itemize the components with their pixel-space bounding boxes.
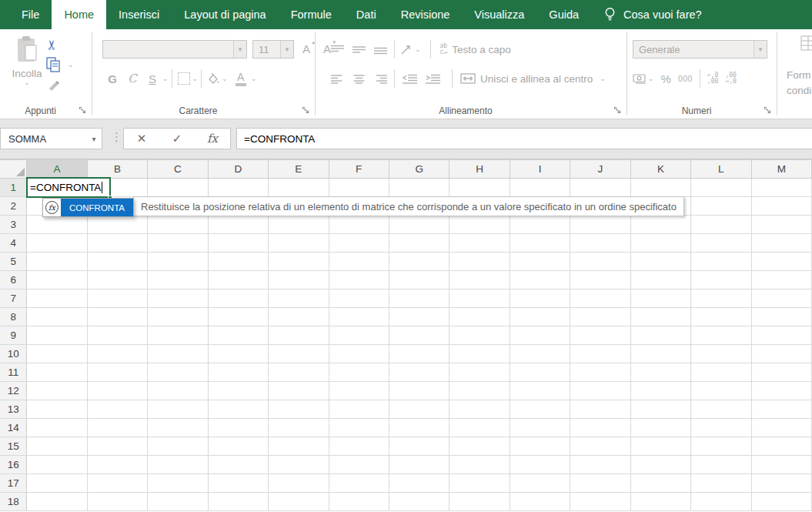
- cell-G15[interactable]: [389, 437, 449, 456]
- chevron-down-icon[interactable]: ⌄: [222, 75, 228, 82]
- column-header-B[interactable]: B: [88, 160, 148, 179]
- cell-J12[interactable]: [570, 382, 630, 400]
- fill-color-button[interactable]: [206, 72, 220, 85]
- cell-A18[interactable]: [27, 493, 87, 511]
- cell-A11[interactable]: [27, 363, 87, 382]
- cell-B8[interactable]: [88, 308, 148, 326]
- cell-J6[interactable]: [570, 271, 630, 289]
- row-header-14[interactable]: 14: [0, 419, 27, 437]
- tell-me-box[interactable]: Cosa vuoi fare?: [596, 0, 710, 29]
- italic-button[interactable]: C: [122, 72, 142, 85]
- column-header-H[interactable]: H: [449, 160, 510, 179]
- chevron-down-icon[interactable]: ▾: [280, 41, 293, 58]
- cell-A17[interactable]: [27, 474, 87, 493]
- cell-H5[interactable]: [449, 253, 510, 271]
- cell-B18[interactable]: [88, 493, 148, 511]
- chevron-down-icon[interactable]: ⌄: [251, 75, 257, 82]
- cell-L4[interactable]: [691, 234, 751, 253]
- cell-B9[interactable]: [88, 326, 148, 345]
- cell-M4[interactable]: [752, 234, 812, 253]
- cell-J4[interactable]: [570, 234, 630, 253]
- align-center-icon[interactable]: [348, 74, 369, 84]
- cell-L13[interactable]: [691, 400, 751, 419]
- row-header-8[interactable]: 8: [0, 308, 27, 326]
- font-name-combo[interactable]: ▾: [102, 40, 247, 59]
- cell-L17[interactable]: [691, 474, 751, 493]
- cell-K14[interactable]: [631, 419, 691, 437]
- row-header-1[interactable]: 1: [0, 179, 27, 197]
- cell-L2[interactable]: [691, 197, 751, 216]
- cell-A8[interactable]: [27, 308, 87, 326]
- cell-E8[interactable]: [269, 308, 329, 326]
- cell-L18[interactable]: [691, 493, 751, 511]
- cell-F14[interactable]: [329, 419, 389, 437]
- column-header-L[interactable]: L: [691, 160, 751, 179]
- select-all-button[interactable]: [0, 160, 27, 179]
- cell-M15[interactable]: [752, 437, 812, 456]
- cell-D9[interactable]: [209, 326, 269, 345]
- cell-I16[interactable]: [510, 456, 570, 474]
- cell-I5[interactable]: [510, 253, 570, 271]
- cell-G14[interactable]: [389, 419, 449, 437]
- cell-I17[interactable]: [510, 474, 570, 493]
- name-box[interactable]: SOMMA ▾: [0, 128, 102, 149]
- cell-J17[interactable]: [570, 474, 630, 493]
- cell-D11[interactable]: [209, 363, 269, 382]
- dialog-launcher-carattere[interactable]: [302, 106, 311, 115]
- cell-H10[interactable]: [449, 345, 510, 363]
- cell-D6[interactable]: [209, 271, 269, 289]
- cell-G5[interactable]: [389, 253, 449, 271]
- cell-D4[interactable]: [209, 234, 269, 253]
- column-header-C[interactable]: C: [148, 160, 208, 179]
- cell-I7[interactable]: [510, 289, 570, 308]
- cell-K18[interactable]: [631, 493, 691, 511]
- cell-C4[interactable]: [148, 234, 208, 253]
- row-header-13[interactable]: 13: [0, 400, 27, 419]
- cell-C15[interactable]: [148, 437, 208, 456]
- cell-C18[interactable]: [148, 493, 208, 511]
- cell-H17[interactable]: [449, 474, 510, 493]
- cell-L16[interactable]: [691, 456, 751, 474]
- chevron-down-icon[interactable]: ⌄: [162, 75, 169, 82]
- align-bottom-icon[interactable]: [369, 45, 391, 55]
- cell-D7[interactable]: [209, 289, 269, 308]
- row-header-10[interactable]: 10: [0, 345, 27, 363]
- cell-D1[interactable]: [209, 179, 269, 197]
- cell-J7[interactable]: [570, 289, 630, 308]
- column-header-D[interactable]: D: [209, 160, 269, 179]
- row-header-7[interactable]: 7: [0, 289, 27, 308]
- cell-L10[interactable]: [691, 345, 751, 363]
- cell-F1[interactable]: [329, 179, 389, 197]
- grow-font-button[interactable]: A▴: [302, 42, 310, 55]
- dialog-launcher-appunti[interactable]: [79, 106, 88, 115]
- cell-I18[interactable]: [510, 493, 570, 511]
- decrease-indent-icon[interactable]: [398, 74, 421, 84]
- cell-B10[interactable]: [88, 345, 148, 363]
- cell-M9[interactable]: [752, 326, 812, 345]
- chevron-down-icon[interactable]: ⌄: [600, 75, 606, 82]
- cell-E12[interactable]: [269, 382, 329, 400]
- tab-dati[interactable]: Dati: [344, 0, 389, 29]
- cell-F7[interactable]: [329, 289, 389, 308]
- chevron-down-icon[interactable]: ⌄: [648, 75, 654, 82]
- cell-J1[interactable]: [570, 179, 630, 197]
- chevron-down-icon[interactable]: ▾: [233, 41, 246, 58]
- cell-M3[interactable]: [752, 216, 812, 234]
- font-color-button[interactable]: A: [236, 72, 246, 86]
- cell-B14[interactable]: [88, 419, 148, 437]
- cell-F9[interactable]: [329, 326, 389, 345]
- cell-C7[interactable]: [148, 289, 208, 308]
- cell-G3[interactable]: [389, 216, 449, 234]
- dialog-launcher-numeri[interactable]: [764, 106, 773, 115]
- row-header-11[interactable]: 11: [0, 363, 27, 382]
- chevron-down-icon[interactable]: ⌄: [68, 62, 74, 69]
- cell-C12[interactable]: [148, 382, 208, 400]
- cell-D12[interactable]: [209, 382, 269, 400]
- cell-G6[interactable]: [389, 271, 449, 289]
- cell-E6[interactable]: [269, 271, 329, 289]
- underline-button[interactable]: S: [142, 72, 162, 85]
- font-size-combo[interactable]: 11 ▾: [252, 40, 294, 59]
- cell-J18[interactable]: [570, 493, 630, 511]
- cell-J3[interactable]: [570, 216, 630, 234]
- cell-A16[interactable]: [27, 456, 87, 474]
